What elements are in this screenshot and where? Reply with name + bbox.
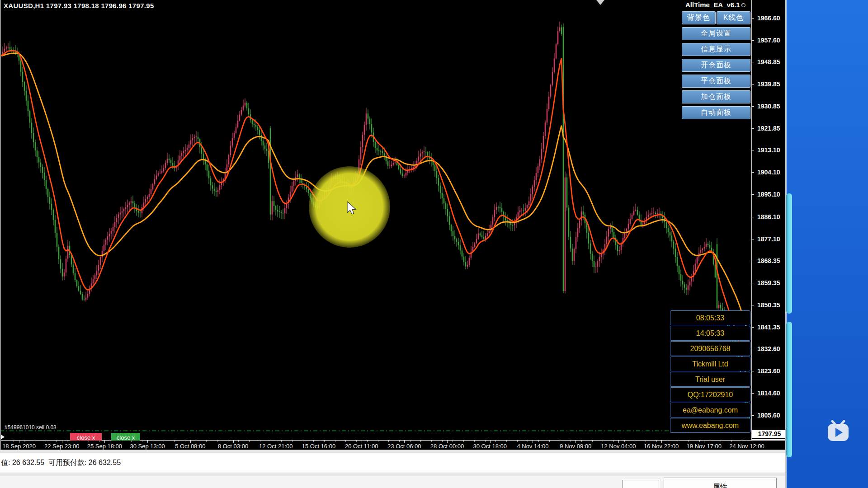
- time-minor-tick: [3, 441, 3, 442]
- time-minor-tick: [731, 441, 732, 442]
- time-minor-tick: [89, 441, 89, 442]
- ea-button-background-color[interactable]: 背景色: [682, 11, 716, 24]
- time-minor-tick: [667, 441, 667, 442]
- info-row: Tickmill Ltd: [670, 357, 750, 371]
- price-tick-label: 1877.10: [757, 235, 780, 243]
- price-tick-label: 1913.10: [757, 146, 780, 154]
- time-minor-tick: [463, 441, 464, 442]
- account-status-bar: 值: 26 632.55 可用预付款: 26 632.55: [0, 453, 785, 473]
- time-minor-tick: [506, 441, 507, 442]
- time-minor-tick: [131, 441, 132, 442]
- info-row: ea@eabang.com: [670, 403, 750, 418]
- price-tick-label: 1930.85: [757, 103, 780, 110]
- ea-info-panel: 08:05:3314:05:332090656768Tickmill LtdTr…: [670, 310, 750, 433]
- scrollbar[interactable]: [786, 322, 792, 457]
- time-minor-tick: [313, 441, 314, 442]
- time-minor-tick: [646, 441, 646, 442]
- time-minor-tick: [46, 441, 46, 442]
- price-tick: [752, 62, 754, 62]
- price-tick-label: 1939.85: [757, 80, 780, 88]
- time-minor-tick: [699, 441, 700, 442]
- time-minor-tick: [217, 441, 217, 442]
- time-minor-tick: [485, 441, 486, 442]
- bottom-dialog-panel: 属性: [0, 476, 785, 488]
- time-minor-tick: [260, 441, 260, 442]
- ea-button[interactable]: 自动面板: [682, 106, 750, 119]
- price-tick: [752, 18, 754, 19]
- price-tick-label: 1859.35: [757, 279, 780, 286]
- ea-button[interactable]: 开仓面板: [682, 59, 750, 72]
- time-axis[interactable]: 18 Sep 202022 Sep 23:0025 Sep 18:0030 Se…: [0, 440, 787, 450]
- time-minor-tick: [206, 441, 207, 442]
- info-row: 14:05:33: [670, 326, 750, 341]
- properties-button[interactable]: 属性: [664, 478, 777, 488]
- time-minor-tick: [453, 441, 453, 442]
- time-minor-tick: [35, 441, 35, 442]
- time-minor-tick: [388, 441, 389, 442]
- price-tick-label: 1823.60: [757, 367, 780, 375]
- time-tick-label: 5 Oct 08:00: [175, 443, 205, 450]
- window-divider: [0, 450, 785, 453]
- time-minor-tick: [721, 441, 721, 442]
- desktop-background: [787, 0, 868, 488]
- ea-button[interactable]: 信息显示: [682, 43, 750, 56]
- time-minor-tick: [495, 441, 496, 442]
- price-tick-label: 1868.35: [757, 257, 780, 264]
- price-tick: [752, 371, 754, 371]
- price-tick-label: 1805.60: [757, 412, 780, 419]
- ea-button[interactable]: 全局设置: [682, 27, 750, 40]
- time-minor-tick: [356, 441, 357, 442]
- price-tick: [752, 217, 754, 217]
- time-minor-tick: [420, 441, 421, 442]
- screen: XAUUSD,H1 1797.93 1798.18 1796.96 1797.9…: [0, 0, 868, 488]
- time-tick-label: 15 Oct 16:00: [302, 443, 335, 450]
- time-tick-label: 23 Oct 06:00: [387, 443, 421, 450]
- time-tick-label: 19 Nov 17:00: [687, 443, 722, 450]
- time-minor-tick: [110, 441, 110, 442]
- window-left-edge: [0, 0, 1, 450]
- price-tick: [752, 261, 754, 261]
- dialog-button[interactable]: [622, 480, 659, 488]
- time-minor-tick: [742, 441, 742, 442]
- time-minor-tick: [410, 441, 410, 442]
- bull-candle-wicks: [3, 22, 719, 310]
- time-minor-tick: [121, 441, 121, 442]
- time-minor-tick: [153, 441, 153, 442]
- time-minor-tick: [624, 441, 625, 442]
- time-minor-tick: [678, 441, 678, 442]
- time-minor-tick: [271, 441, 271, 442]
- time-minor-tick: [549, 441, 550, 442]
- price-tick: [752, 194, 754, 195]
- time-tick-label: 24 Nov 12:00: [729, 443, 764, 450]
- price-tick: [752, 84, 754, 84]
- time-minor-tick: [196, 441, 196, 442]
- time-minor-tick: [367, 441, 368, 442]
- time-minor-tick: [431, 441, 432, 442]
- order-label: #549961010 sell 0.03: [5, 424, 57, 431]
- price-tick-label: 1904.10: [757, 169, 780, 176]
- tv-play-icon[interactable]: [825, 418, 852, 445]
- price-tick: [752, 106, 754, 107]
- time-tick-label: 30 Sep 13:00: [130, 443, 165, 450]
- price-tick: [752, 239, 754, 239]
- order-close-button[interactable]: close x: [111, 433, 140, 441]
- symbol-ohlc-line: XAUUSD,H1 1797.93 1798.18 1796.96 1797.9…: [4, 2, 154, 9]
- time-minor-tick: [164, 441, 164, 442]
- time-minor-tick: [399, 441, 400, 442]
- price-axis[interactable]: 1966.601957.601948.851939.851930.851921.…: [751, 0, 787, 440]
- price-tick-label: 1841.35: [757, 324, 780, 331]
- time-minor-tick: [174, 441, 175, 442]
- price-tick-label: 1832.60: [757, 345, 780, 352]
- time-tick-label: 8 Oct 03:00: [218, 443, 248, 450]
- time-minor-tick: [528, 441, 528, 442]
- price-tick: [752, 150, 754, 150]
- price-tick: [752, 172, 754, 173]
- time-tick-label: 4 Nov 14:00: [517, 443, 548, 450]
- ea-button[interactable]: 加仓面板: [682, 90, 750, 103]
- ea-button[interactable]: 平仓面板: [682, 75, 750, 88]
- time-minor-tick: [14, 441, 14, 442]
- time-minor-tick: [560, 441, 560, 442]
- order-close-button[interactable]: close x: [70, 433, 102, 441]
- scrollbar[interactable]: [786, 193, 792, 314]
- ea-button-candle-color[interactable]: K线色: [717, 11, 750, 24]
